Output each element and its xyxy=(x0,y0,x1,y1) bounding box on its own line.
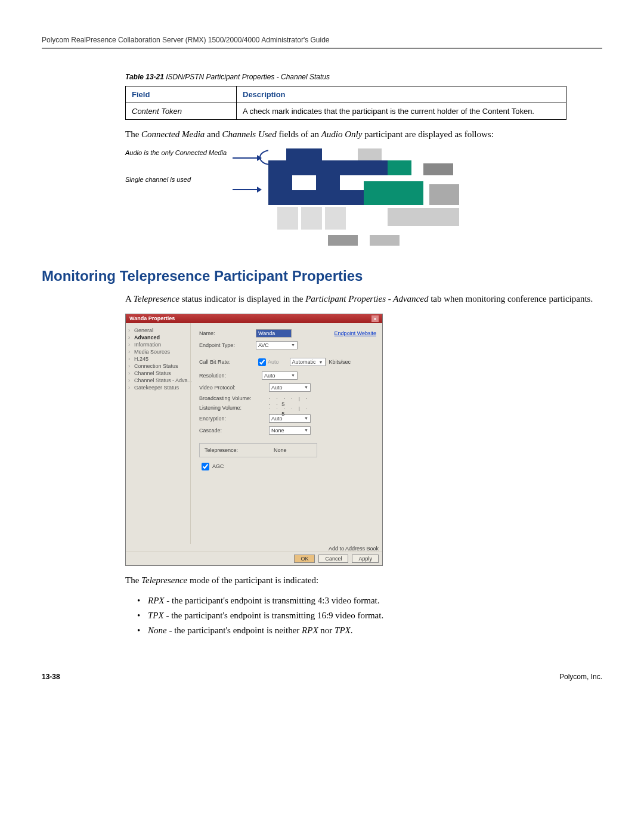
endpoint-website-link[interactable]: Endpoint Website xyxy=(335,330,376,336)
nav-advanced[interactable]: Advanced xyxy=(128,334,188,341)
properties-dialog: Wanda Properties x General Advanced Info… xyxy=(125,314,383,566)
dialog-title-text: Wanda Properties xyxy=(129,315,175,321)
cell-field: Content Token xyxy=(126,103,237,120)
bitrate-unit: Kbits/sec xyxy=(329,359,351,365)
resolution-label: Resolution: xyxy=(199,373,256,379)
bitrate-select[interactable]: Automatic▼ xyxy=(290,358,326,366)
bitrate-auto-checkbox[interactable] xyxy=(258,358,266,366)
listening-volume-label: Listening Volume: xyxy=(199,405,256,411)
arrow-icon xyxy=(233,157,259,159)
media-callout-figure: Audio is the only Connected Media Single… xyxy=(125,148,602,250)
broadcast-volume-label: Broadcasting Volume: xyxy=(199,395,256,401)
arrow-icon xyxy=(233,189,259,190)
cell-description: A check mark indicates that the particip… xyxy=(237,103,566,120)
cancel-button[interactable]: Cancel xyxy=(318,555,348,563)
header-rule xyxy=(42,48,602,49)
callout-audio: Audio is the only Connected Media xyxy=(125,148,227,157)
running-header: Polycom RealPresence Collaboration Serve… xyxy=(42,36,602,44)
callout-single-channel: Single channel is used xyxy=(125,175,227,184)
section-heading: Monitoring Telepresence Participant Prop… xyxy=(42,268,602,284)
nav-channel-status-adv[interactable]: Channel Status - Adva... xyxy=(128,377,188,384)
paragraph-telepresence-mode: The Telepresence mode of the participant… xyxy=(125,574,602,586)
close-icon[interactable]: x xyxy=(371,315,379,322)
dialog-titlebar: Wanda Properties x xyxy=(126,314,382,323)
nav-gatekeeper-status[interactable]: Gatekeeper Status xyxy=(128,384,188,391)
agc-label: AGC xyxy=(212,463,224,469)
list-item: None - the participant's endpoint is nei… xyxy=(137,624,602,637)
nav-information[interactable]: Information xyxy=(128,341,188,348)
endpoint-type-label: Endpoint Type: xyxy=(199,342,256,348)
nav-h245[interactable]: H.245 xyxy=(128,355,188,363)
video-protocol-select[interactable]: Auto▼ xyxy=(269,383,311,392)
telepresence-label: Telepresence: xyxy=(205,447,238,453)
th-description: Description xyxy=(237,86,566,103)
apply-button[interactable]: Apply xyxy=(352,555,379,563)
pixelated-screenshot xyxy=(268,148,465,250)
add-to-address-book-button[interactable]: Add to Address Book xyxy=(329,546,379,552)
broadcast-volume-slider[interactable]: · · · · | · · · 5 xyxy=(269,395,311,401)
nav-general[interactable]: General xyxy=(128,327,188,334)
telepresence-value: None xyxy=(274,447,287,453)
name-input[interactable] xyxy=(256,329,292,337)
telepresence-modes-list: RPX - the participant's endpoint is tran… xyxy=(137,594,602,637)
th-field: Field xyxy=(126,86,237,103)
dialog-form: Name: Endpoint Website Endpoint Type: AV… xyxy=(191,323,382,544)
cascade-select[interactable]: None▼ xyxy=(269,426,311,435)
table-row: Content Token A check mark indicates tha… xyxy=(126,103,566,120)
bitrate-label: Call Bit Rate: xyxy=(199,359,256,365)
nav-connection-status[interactable]: Connection Status xyxy=(128,363,188,370)
nav-media-sources[interactable]: Media Sources xyxy=(128,348,188,355)
video-protocol-label: Video Protocol: xyxy=(199,385,256,391)
dialog-nav: General Advanced Information Media Sourc… xyxy=(126,323,191,544)
listening-volume-slider[interactable]: · · · · | · · · 5 xyxy=(269,405,311,411)
page-footer: 13-38 Polycom, Inc. xyxy=(42,673,602,681)
nav-channel-status[interactable]: Channel Status xyxy=(128,370,188,377)
list-item: RPX - the participant's endpoint is tran… xyxy=(137,594,602,607)
channel-status-table: Field Description Content Token A check … xyxy=(125,86,566,120)
cascade-label: Cascade: xyxy=(199,428,256,433)
table-caption: Table 13-21 ISDN/PSTN Participant Proper… xyxy=(125,73,602,81)
resolution-select[interactable]: Auto▼ xyxy=(262,371,298,380)
page-number: 13-38 xyxy=(42,673,60,681)
paragraph-connected-media: The Connected Media and Channels Used fi… xyxy=(125,128,602,140)
paragraph-telepresence-intro: A Telepresence status indicator is displ… xyxy=(125,293,602,305)
endpoint-type-select[interactable]: AVC▼ xyxy=(256,341,298,349)
encryption-label: Encryption: xyxy=(199,416,256,422)
ok-button[interactable]: OK xyxy=(294,555,315,563)
name-label: Name: xyxy=(199,330,256,336)
agc-checkbox[interactable] xyxy=(202,463,209,470)
bitrate-auto-text: Auto xyxy=(268,359,279,365)
footer-company: Polycom, Inc. xyxy=(559,673,602,681)
list-item: TPX - the participant's endpoint is tran… xyxy=(137,609,602,622)
telepresence-box: Telepresence: None xyxy=(199,443,317,457)
